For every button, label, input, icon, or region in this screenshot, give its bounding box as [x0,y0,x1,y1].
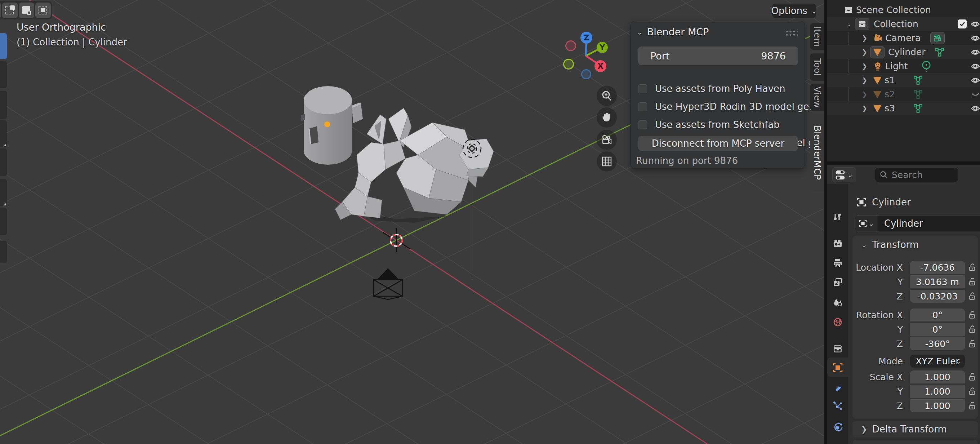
tab-particles[interactable] [827,396,848,415]
location-z-field[interactable]: -0.03203 [910,290,965,303]
zoom-button[interactable] [597,86,617,106]
lock-open-icon[interactable] [969,325,977,334]
polyhaven-checkbox[interactable] [638,84,647,93]
outliner-row-cylinder[interactable]: ❯ Cylinder [827,45,980,59]
port-field[interactable]: Port 9876 [638,46,798,65]
sidebar-tab-blendermcp[interactable]: BlenderMCP [810,114,824,191]
scale-x-field[interactable]: 1.000 [910,371,965,384]
location-x-field[interactable]: -7.0636 [910,261,965,274]
lock-open-icon[interactable] [969,277,977,286]
chevron-right-icon[interactable]: ❯ [862,105,867,112]
outliner-row-light[interactable]: ❯ Light [827,59,980,73]
perspective-toggle-button[interactable] [597,151,617,172]
eye-open-icon[interactable] [970,21,980,28]
sketchfab-checkbox[interactable] [638,120,647,129]
lock-open-icon[interactable] [969,292,977,301]
select-tweak-button[interactable] [0,3,1,18]
editor-type-button[interactable]: ⌄ [832,167,856,182]
viewport-3d[interactable]: User Orthographic (1) Collection | Cylin… [0,0,824,444]
tab-scene[interactable] [827,293,848,312]
rotation-y-field[interactable]: 0° [910,323,965,336]
toolbar-button[interactable] [0,148,7,176]
select-box-new-button[interactable] [2,3,18,18]
gizmo-axis-z-neg[interactable] [581,69,591,79]
outliner-row-s1[interactable]: ❯ s1 [827,73,980,87]
select-box-extend-button[interactable] [19,3,34,18]
tab-object-properties[interactable] [827,358,848,377]
toolbar-button[interactable] [0,61,7,88]
outliner-row-s2[interactable]: ❯ s2 [827,87,980,101]
tab-modifiers[interactable] [827,379,848,397]
lock-open-icon[interactable] [969,263,977,272]
active-tool-button[interactable] [0,33,7,59]
eye-open-icon[interactable] [970,49,980,56]
properties-search[interactable] [875,167,958,182]
gizmo-axis-x[interactable]: X [595,60,606,72]
toolbar-button[interactable] [0,241,7,263]
tab-tool[interactable] [827,208,848,226]
scale-z-field[interactable]: 1.000 [910,399,965,412]
cylinder-object[interactable] [301,86,363,165]
select-box-subtract-button[interactable] [35,3,51,18]
id-type-button[interactable]: ⌄ [854,215,878,231]
outliner-row-camera[interactable]: ❯ Camera [827,31,980,45]
tab-render[interactable] [827,234,848,253]
lock-open-icon[interactable] [969,372,977,381]
outliner-row-s3[interactable]: ❯ s3 [827,101,980,115]
toolbar-button[interactable] [0,120,7,147]
outliner-row-collection[interactable]: ⌄ Collection [827,17,980,31]
sidebar-tab-view[interactable]: View [810,84,824,111]
chevron-right-icon[interactable]: ❯ [862,76,867,84]
object-name-field[interactable]: Cylinder [878,215,980,231]
chevron-right-icon[interactable]: ❯ [862,62,867,70]
tab-view-layer[interactable] [827,273,848,292]
rotation-z-field[interactable]: -360° [910,337,965,350]
lock-open-icon[interactable] [969,387,977,396]
scale-y-field[interactable]: 1.000 [910,385,965,398]
gizmo-axis-y-neg[interactable] [563,59,574,70]
sidebar-tab-item[interactable]: Item [810,23,824,50]
search-input[interactable] [892,170,950,180]
eye-open-icon[interactable] [970,77,980,84]
location-y-field[interactable]: 3.0163 m [910,275,965,288]
tab-collection-properties[interactable] [827,339,848,358]
chevron-down-icon[interactable]: ⌄ [846,20,851,28]
eye-open-icon[interactable] [970,63,980,70]
rotation-mode-dropdown[interactable]: XYZ Euler ⌄ [910,355,965,368]
gizmo-axis-z[interactable]: Z [581,32,592,44]
field-label: Y [853,386,903,397]
tab-physics[interactable] [827,418,848,437]
eye-open-icon[interactable] [970,35,980,42]
lock-open-icon[interactable] [969,311,977,319]
panel-collapse-icon[interactable]: ⌄ [861,240,867,249]
eye-open-icon[interactable] [970,105,980,112]
camera-view-button[interactable] [597,130,617,150]
tab-world[interactable] [827,313,848,331]
toolbar-button[interactable] [0,91,7,119]
options-button[interactable]: Options ⌄ [772,3,816,18]
collection-checkbox[interactable] [958,19,967,29]
hyper3d-checkbox[interactable] [638,102,647,111]
chevron-right-icon[interactable]: ❯ [862,34,867,42]
tab-constraints[interactable] [827,438,848,444]
sidebar-tab-tool[interactable]: Tool [810,53,824,81]
gizmo-axis-x-neg[interactable] [565,40,576,51]
delta-transform-panel[interactable]: ❯ Delta Transform [853,421,978,438]
rotation-x-field[interactable]: 0° [910,309,965,321]
chevron-right-icon[interactable]: ❯ [862,91,867,98]
outliner-row-scene-collection[interactable]: Scene Collection [827,3,980,17]
camera-object[interactable] [374,269,402,299]
lock-open-icon[interactable] [969,401,977,410]
gizmo-axis-y[interactable]: Y [597,42,608,53]
chevron-right-icon[interactable]: ❯ [862,48,867,56]
tab-output[interactable] [827,254,848,272]
lock-open-icon[interactable] [969,339,977,348]
rabbit-object[interactable] [335,108,493,223]
pan-button[interactable] [597,107,617,127]
panel-collapse-icon[interactable]: ⌄ [636,28,643,37]
panel-drag-handle[interactable] [785,30,798,37]
eye-closed-icon[interactable] [970,91,980,98]
toolbar-button[interactable] [0,179,7,206]
toolbar-button[interactable] [0,208,7,235]
disconnect-button[interactable]: Disconnect from MCP server [638,136,798,151]
